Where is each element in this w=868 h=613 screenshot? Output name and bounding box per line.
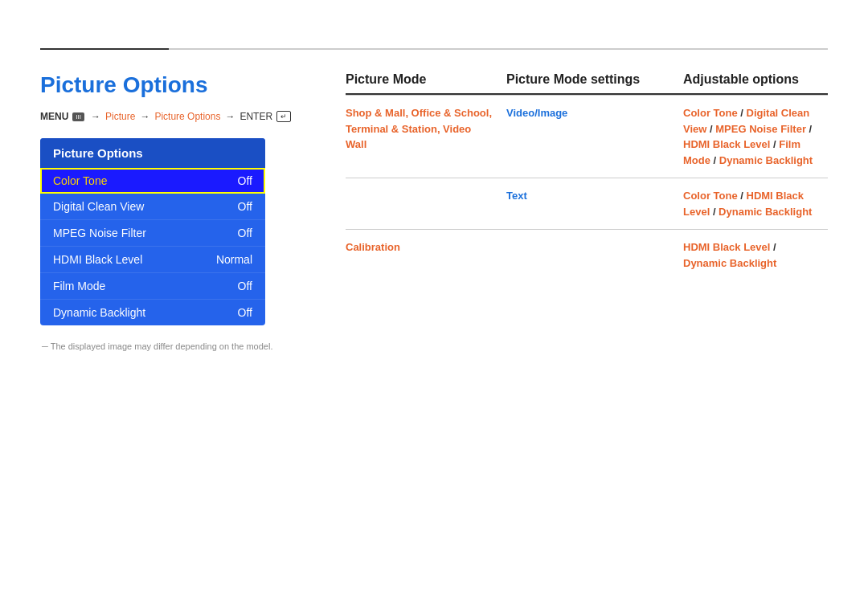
table-row-1: Shop & Mall, Office & School, Terminal &… bbox=[346, 96, 828, 178]
menu-item-film-mode[interactable]: Film Mode Off bbox=[40, 273, 265, 300]
menu-item-mpeg-noise-value: Off bbox=[238, 227, 252, 239]
breadcrumb-picture: Picture bbox=[105, 111, 135, 122]
row1-option-hdmi: HDMI Black Level bbox=[683, 138, 770, 150]
options-menu-header: Picture Options bbox=[40, 138, 265, 168]
disclaimer: The displayed image may differ depending… bbox=[40, 341, 313, 351]
cell-row1-settings: Video/Image bbox=[506, 105, 683, 121]
menu-item-digital-clean-view-value: Off bbox=[238, 200, 252, 213]
row3-option-dynamic: Dynamic Backlight bbox=[683, 257, 776, 269]
breadcrumb-menu: MENU bbox=[40, 111, 68, 122]
enter-icon: ↵ bbox=[276, 111, 291, 122]
menu-item-hdmi-black-level-value: Normal bbox=[216, 253, 252, 266]
menu-item-film-mode-label: Film Mode bbox=[53, 280, 105, 292]
table-body: Shop & Mall, Office & School, Terminal &… bbox=[346, 95, 828, 280]
row1-sep5: / bbox=[714, 154, 719, 166]
cell-row3-mode: Calibration bbox=[346, 239, 506, 255]
menu-item-dynamic-backlight-label: Dynamic Backlight bbox=[53, 306, 145, 319]
menu-item-digital-clean-view-label: Digital Clean View bbox=[53, 200, 144, 213]
breadcrumb: MENU III → Picture → Picture Options → E… bbox=[40, 111, 313, 122]
cell-row1-mode: Shop & Mall, Office & School, Terminal &… bbox=[346, 105, 506, 153]
col-picture-mode: Picture Mode bbox=[346, 72, 506, 87]
menu-item-color-tone-label: Color Tone bbox=[53, 174, 107, 187]
breadcrumb-picture-options: Picture Options bbox=[154, 111, 220, 122]
row1-settings-text: Video/Image bbox=[506, 107, 567, 119]
cell-row1-options: Color Tone / Digital Clean View / MPEG N… bbox=[683, 105, 828, 168]
breadcrumb-arrow-3: → bbox=[225, 111, 235, 122]
breadcrumb-arrow-1: → bbox=[91, 111, 100, 122]
table-row-3: Calibration HDMI Black Level / Dynamic B… bbox=[346, 230, 828, 280]
left-panel: Picture Options MENU III → Picture → Pic… bbox=[40, 64, 313, 351]
col-adjustable-options: Adjustable options bbox=[683, 72, 828, 87]
row2-option-dynamic: Dynamic Backlight bbox=[719, 206, 812, 218]
row1-sep1: / bbox=[740, 107, 746, 119]
main-content: Picture Options MENU III → Picture → Pic… bbox=[40, 40, 828, 351]
breadcrumb-arrow-2: → bbox=[140, 111, 149, 122]
menu-item-dynamic-backlight-value: Off bbox=[238, 306, 252, 319]
menu-item-color-tone-value: Off bbox=[238, 174, 252, 187]
cell-row2-options: Color Tone / HDMI Black Level / Dynamic … bbox=[683, 188, 828, 219]
menu-item-mpeg-noise[interactable]: MPEG Noise Filter Off bbox=[40, 220, 265, 247]
menu-item-film-mode-value: Off bbox=[238, 280, 252, 292]
row3-option-hdmi: HDMI Black Level bbox=[683, 241, 770, 253]
top-decorative-line bbox=[40, 48, 828, 50]
page-title: Picture Options bbox=[40, 72, 313, 98]
menu-icon: III bbox=[72, 112, 84, 121]
table-row-2: Text Color Tone / HDMI Black Level / Dyn… bbox=[346, 178, 828, 230]
row1-sep3: / bbox=[809, 123, 813, 135]
row1-option-color-tone: Color Tone bbox=[683, 107, 738, 119]
cell-row2-settings: Text bbox=[506, 188, 683, 204]
row2-option-color-tone: Color Tone bbox=[683, 190, 738, 202]
table-header: Picture Mode Picture Mode settings Adjus… bbox=[346, 72, 828, 95]
col-picture-mode-settings: Picture Mode settings bbox=[506, 72, 683, 87]
page-container: Picture Options MENU III → Picture → Pic… bbox=[0, 0, 868, 613]
row3-sep1: / bbox=[773, 241, 776, 253]
right-panel: Picture Mode Picture Mode settings Adjus… bbox=[346, 64, 828, 351]
menu-item-hdmi-black-level-label: HDMI Black Level bbox=[53, 253, 142, 266]
options-menu-box: Picture Options Color Tone Off Digital C… bbox=[40, 138, 265, 325]
cell-row3-options: HDMI Black Level / Dynamic Backlight bbox=[683, 239, 828, 271]
row1-option-dynamic: Dynamic Backlight bbox=[719, 154, 813, 166]
breadcrumb-enter: ENTER bbox=[240, 111, 272, 122]
row2-sep1: / bbox=[740, 190, 746, 202]
menu-item-dynamic-backlight[interactable]: Dynamic Backlight Off bbox=[40, 300, 265, 325]
menu-item-digital-clean-view[interactable]: Digital Clean View Off bbox=[40, 194, 265, 220]
row2-settings-text: Text bbox=[506, 190, 527, 202]
menu-item-hdmi-black-level[interactable]: HDMI Black Level Normal bbox=[40, 247, 265, 273]
menu-item-color-tone[interactable]: Color Tone Off bbox=[40, 168, 265, 194]
row3-mode-text: Calibration bbox=[346, 241, 400, 253]
menu-item-mpeg-noise-label: MPEG Noise Filter bbox=[53, 227, 146, 239]
row1-option-mpeg: MPEG Noise Filter bbox=[715, 123, 806, 135]
row1-mode-text: Shop & Mall, Office & School, Terminal &… bbox=[346, 107, 492, 150]
